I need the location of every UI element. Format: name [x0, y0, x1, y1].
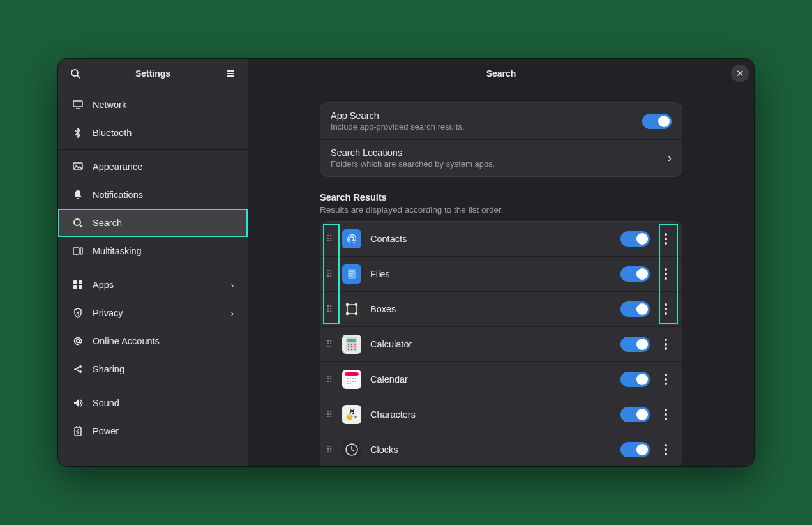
svg-point-54: [352, 381, 354, 382]
kebab-icon: [665, 268, 667, 280]
result-label: Contacts: [370, 234, 620, 244]
sidebar-item-multitasking[interactable]: Multitasking: [58, 237, 248, 265]
hamburger-button[interactable]: [221, 64, 240, 83]
search-locations-subtitle: Folders which are searched by system app…: [331, 159, 668, 169]
characters-icon: 月😊♥: [342, 405, 361, 424]
sidebar-item-notifications[interactable]: Notifications: [58, 181, 248, 209]
drag-handle[interactable]: ⠿: [320, 222, 340, 256]
result-row-calculator: ⠿ Calculator: [320, 327, 682, 362]
drag-handle[interactable]: ⠿: [320, 327, 340, 361]
result-toggle[interactable]: [620, 442, 650, 457]
drag-handle[interactable]: ⠿: [320, 257, 340, 291]
sidebar-item-label: Network: [93, 100, 126, 110]
result-row-calendar: ⠿ Calendar: [320, 362, 682, 397]
search-results-subtitle: Results are displayed according to the l…: [320, 205, 682, 215]
app-search-row: App Search Include app-provided search r…: [320, 103, 682, 140]
result-row-contacts: ⠿ @ Contacts: [320, 222, 682, 257]
sidebar-item-online-accounts[interactable]: Online Accounts: [58, 327, 248, 355]
svg-rect-5: [73, 101, 82, 107]
result-toggle[interactable]: [620, 266, 650, 282]
sidebar-item-appearance[interactable]: Appearance: [58, 153, 248, 181]
svg-point-49: [350, 378, 351, 379]
sidebar-item-label: Notifications: [93, 190, 143, 200]
svg-point-56: [347, 383, 349, 384]
svg-point-53: [350, 381, 351, 382]
svg-rect-14: [79, 280, 82, 284]
search-locations-row[interactable]: Search Locations Folders which are searc…: [320, 140, 682, 176]
kebab-icon: [665, 339, 667, 350]
result-menu-button[interactable]: [655, 400, 677, 429]
svg-point-32: [356, 304, 357, 306]
clocks-icon: [342, 440, 361, 459]
close-button[interactable]: ✕: [731, 65, 749, 82]
svg-rect-15: [73, 285, 77, 289]
settings-window: Settings Network Bluetooth Appearance: [58, 59, 754, 466]
drag-icon: ⠿: [326, 409, 334, 420]
drag-icon: ⠿: [326, 269, 334, 279]
search-results-list: ⠿ @ Contacts ⠿ Files ⠿ Boxes: [320, 221, 682, 466]
result-toggle[interactable]: [620, 231, 650, 247]
result-menu-button[interactable]: [655, 365, 677, 393]
svg-point-57: [350, 383, 351, 384]
result-toggle[interactable]: [620, 407, 650, 422]
sidebar-search-button[interactable]: [66, 64, 85, 83]
sidebar-item-sound[interactable]: Sound: [58, 389, 248, 417]
sidebar-item-privacy[interactable]: Privacy ›: [58, 299, 248, 327]
search-results-title: Search Results: [320, 192, 682, 202]
drag-handle[interactable]: ⠿: [320, 362, 340, 397]
sidebar-item-label: Privacy: [93, 308, 123, 318]
result-menu-button[interactable]: [655, 436, 677, 464]
drag-handle[interactable]: ⠿: [320, 397, 340, 432]
svg-rect-12: [80, 248, 82, 254]
sidebar-item-apps[interactable]: Apps ›: [58, 271, 248, 299]
result-menu-button[interactable]: [655, 330, 677, 358]
result-label: Calculator: [370, 339, 620, 349]
files-icon: [342, 264, 361, 284]
sidebar-item-search[interactable]: Search: [58, 209, 248, 237]
drag-handle[interactable]: ⠿: [320, 432, 340, 466]
svg-point-31: [347, 304, 349, 306]
sidebar-item-label: Power: [93, 426, 119, 436]
drag-icon: ⠿: [326, 374, 334, 384]
sidebar-item-label: Apps: [93, 280, 114, 290]
app-search-toggle[interactable]: [642, 114, 672, 129]
boxes-icon: [342, 300, 361, 319]
result-toggle[interactable]: [620, 372, 650, 387]
result-row-characters: ⠿ 月😊♥ Characters: [320, 397, 682, 432]
search-locations-title: Search Locations: [331, 148, 668, 158]
at-icon: [72, 335, 84, 347]
sound-icon: [72, 397, 84, 409]
svg-point-44: [351, 349, 352, 350]
result-toggle[interactable]: [620, 301, 650, 317]
svg-point-43: [348, 349, 349, 350]
result-menu-button[interactable]: [655, 260, 677, 288]
sidebar-item-power[interactable]: Power: [58, 417, 248, 445]
drag-handle[interactable]: ⠿: [320, 292, 340, 326]
separator: [58, 268, 248, 268]
privacy-icon: [72, 307, 84, 319]
chevron-right-icon: ›: [231, 280, 234, 290]
sidebar-item-label: Sound: [93, 398, 119, 408]
svg-point-38: [351, 344, 352, 345]
result-menu-button[interactable]: [655, 295, 677, 323]
sidebar-item-label: Sharing: [93, 364, 124, 374]
svg-rect-13: [73, 280, 77, 284]
sidebar-header: Settings: [58, 59, 248, 88]
svg-point-55: [355, 381, 356, 382]
sidebar-item-bluetooth[interactable]: Bluetooth: [58, 119, 248, 147]
sidebar-item-network[interactable]: Network: [58, 91, 248, 119]
svg-line-10: [80, 225, 82, 227]
calendar-icon: [342, 370, 361, 389]
result-toggle[interactable]: [620, 337, 650, 352]
apps-icon: [72, 279, 84, 291]
svg-line-22: [77, 370, 80, 372]
svg-point-19: [79, 365, 82, 368]
result-menu-button[interactable]: [655, 225, 677, 253]
svg-line-1: [77, 75, 80, 78]
svg-rect-28: [349, 273, 354, 274]
sidebar-item-sharing[interactable]: Sharing: [58, 355, 248, 383]
display-icon: [72, 99, 84, 110]
calculator-icon: [342, 335, 361, 354]
kebab-icon: [665, 233, 667, 245]
svg-rect-30: [347, 305, 356, 314]
